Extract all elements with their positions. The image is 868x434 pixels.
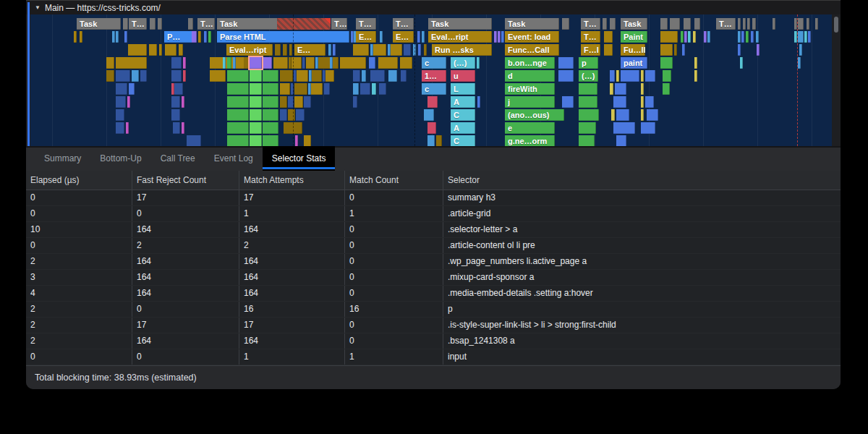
flame-bar[interactable] [74, 31, 77, 43]
flame-bar[interactable] [558, 57, 574, 69]
flame-bar[interactable] [294, 96, 303, 108]
flame-bar[interactable] [273, 57, 288, 69]
flame-bar[interactable] [641, 122, 655, 134]
flame-bar[interactable] [740, 57, 743, 69]
flame-bar[interactable] [263, 135, 278, 146]
flame-bar[interactable] [641, 70, 644, 82]
flame-bar[interactable] [362, 70, 366, 82]
table-row[interactable]: 31641640.mixup-card-sponsor a [26, 270, 841, 286]
flame-bar[interactable] [707, 31, 710, 43]
flame-bar-t-[interactable]: T… [197, 18, 215, 30]
flame-bar[interactable] [391, 44, 402, 56]
flame-bar[interactable] [116, 31, 119, 43]
flame-bar-1-[interactable]: 1… [422, 70, 446, 82]
flame-bar[interactable] [263, 122, 278, 134]
flame-bar[interactable] [297, 70, 308, 82]
flame-bar[interactable] [558, 70, 574, 82]
table-row[interactable]: 21641640.bsap_1241308 a [26, 333, 841, 349]
flame-bar[interactable] [187, 135, 201, 146]
flame-bar[interactable] [250, 109, 262, 121]
flame-bar[interactable] [324, 83, 330, 95]
flame-bar[interactable] [372, 83, 376, 95]
flame-bar[interactable] [306, 57, 315, 69]
flame-bar-t-[interactable]: T… [129, 18, 147, 30]
flame-bar[interactable] [227, 83, 249, 95]
flame-bar[interactable] [149, 44, 157, 56]
flame-bar[interactable] [615, 83, 626, 95]
flame-bar[interactable] [198, 31, 201, 43]
flame-bar[interactable] [227, 96, 249, 108]
flame-bar-e-[interactable]: E… [294, 44, 326, 56]
flame-bar[interactable] [498, 31, 501, 43]
flame-bar[interactable] [613, 96, 626, 108]
flame-bar[interactable] [616, 109, 629, 121]
flame-bar-task[interactable]: Task [505, 18, 559, 30]
flame-bar[interactable] [328, 44, 331, 56]
flame-bar[interactable] [250, 57, 262, 69]
flame-bar[interactable] [660, 44, 673, 56]
flame-bar[interactable] [333, 44, 336, 56]
flame-bar[interactable] [380, 31, 383, 43]
flame-bar[interactable] [174, 83, 183, 95]
flame-bar[interactable] [116, 70, 130, 82]
flame-bar[interactable] [171, 70, 182, 82]
flame-bar-parse-html[interactable]: Parse HTML [217, 31, 349, 43]
flame-bar[interactable] [427, 135, 435, 146]
flame-bar-j[interactable]: j [505, 96, 555, 108]
flame-bar[interactable] [280, 83, 290, 95]
flame-bar[interactable] [684, 31, 687, 43]
flame-bar-f-l[interactable]: F…l [581, 44, 600, 56]
flame-bar[interactable] [400, 57, 412, 69]
flame-bar[interactable] [250, 135, 262, 146]
flame-bar-t-[interactable]: T… [581, 18, 600, 30]
flame-bar-t-[interactable]: T… [331, 18, 347, 30]
flame-bar[interactable] [263, 109, 278, 121]
flame-bar[interactable] [183, 57, 186, 69]
flame-bar[interactable] [424, 44, 427, 56]
flame-bar[interactable] [158, 18, 162, 30]
flame-bar[interactable] [318, 57, 339, 69]
flame-bar[interactable] [645, 70, 655, 82]
flame-bar[interactable] [804, 31, 807, 43]
flame-bar[interactable] [80, 31, 82, 43]
tab-event-log[interactable]: Event Log [205, 146, 263, 171]
flame-bar[interactable] [660, 18, 668, 30]
flame-bar[interactable] [275, 44, 281, 56]
flame-bar[interactable] [353, 44, 369, 56]
flame-bar[interactable] [670, 18, 680, 30]
flame-bar[interactable] [610, 83, 613, 95]
flame-bar[interactable] [159, 44, 162, 56]
flame-bar[interactable] [610, 18, 616, 30]
flame-bar[interactable] [263, 57, 272, 69]
flame-bar[interactable] [116, 122, 124, 134]
flame-bar[interactable] [283, 44, 287, 56]
flame-bar[interactable] [694, 70, 697, 82]
tab-selector-stats[interactable]: Selector Stats [263, 146, 336, 171]
flame-bar--[interactable]: (…) [579, 70, 598, 82]
flame-bar[interactable] [188, 18, 193, 30]
flame-bar[interactable] [756, 31, 759, 43]
flame-bar[interactable] [738, 31, 741, 43]
flame-bar[interactable] [378, 57, 398, 69]
flame-bar[interactable] [311, 83, 323, 95]
flame-bar[interactable] [682, 44, 685, 56]
flame-bar-func-call[interactable]: Func…Call [505, 44, 559, 56]
flame-bar[interactable] [330, 57, 333, 69]
flame-bar-e-[interactable]: E… [356, 31, 376, 43]
flame-bar[interactable] [353, 83, 359, 95]
flame-bar[interactable] [210, 70, 226, 82]
flame-bar-task[interactable]: Task [428, 18, 492, 30]
flame-bar[interactable] [562, 96, 574, 108]
flame-bar[interactable] [743, 18, 746, 30]
flame-bar[interactable] [128, 44, 147, 56]
flame-bar--ano-ous-[interactable]: (ano…ous) [505, 109, 564, 121]
table-row[interactable]: 217170.is-style-super-link-list > li > s… [26, 318, 841, 333]
flame-bar[interactable] [204, 31, 207, 43]
flame-bar[interactable] [233, 57, 236, 69]
flame-bar-paint[interactable]: paint [621, 57, 647, 69]
flame-bar[interactable] [373, 44, 386, 56]
flame-bar-t-[interactable]: T… [393, 18, 414, 30]
flame-bar[interactable] [289, 44, 292, 56]
flame-bar[interactable] [370, 70, 385, 82]
flame-bar[interactable] [250, 70, 262, 82]
